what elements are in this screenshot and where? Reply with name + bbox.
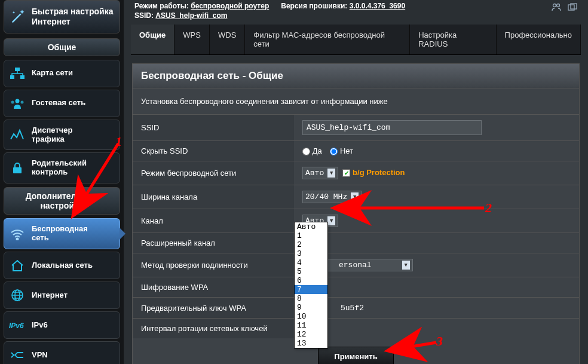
channel-option[interactable]: 1: [295, 231, 327, 240]
tab-mac-filter[interactable]: Фильтр MAC-адресов беспроводной сети: [245, 25, 410, 54]
svg-point-7: [17, 238, 19, 240]
tab-wds[interactable]: WDS: [210, 25, 245, 54]
svg-rect-2: [20, 75, 24, 79]
main: Режим работы: беспроводной роутер Версия…: [124, 0, 588, 364]
width-select[interactable]: 20/40 MHz▼: [302, 191, 362, 203]
lock-icon: [9, 161, 26, 175]
label-ssid: SSID: [133, 115, 294, 141]
sidebar-item-traffic[interactable]: Диспетчертрафика: [4, 120, 120, 151]
sidebar-item-ipv6[interactable]: IPv6 IPv6: [4, 311, 120, 339]
section-general: Общие: [4, 38, 120, 56]
menu-label: Гостевая сеть: [32, 99, 85, 108]
menu-label: Локальная сеть: [32, 261, 93, 270]
panel-desc: Установка беспроводного соединения завис…: [133, 88, 579, 114]
tabs: Общие WPS WDS Фильтр MAC-адресов беспров…: [131, 25, 581, 55]
hide-ssid-yes[interactable]: Да: [302, 146, 322, 155]
svg-text:IPv6: IPv6: [9, 322, 24, 330]
label-width: Ширина канала: [133, 185, 294, 209]
svg-rect-6: [13, 167, 22, 173]
tab-professional[interactable]: Профессионально: [497, 25, 581, 54]
wifi-icon: [9, 227, 26, 241]
channel-option[interactable]: 11: [295, 321, 327, 330]
channel-option[interactable]: 6: [295, 276, 327, 285]
tab-radius[interactable]: Настройка RADIUS: [410, 25, 496, 54]
globe-icon: [9, 288, 26, 302]
menu-label: Диспетчертрафика: [32, 126, 72, 144]
mode-select[interactable]: Авто▼: [302, 167, 338, 179]
chevron-down-icon: ▼: [327, 216, 335, 225]
network-map-icon: [9, 66, 26, 81]
tab-general[interactable]: Общие: [131, 25, 174, 54]
sidebar-item-guest[interactable]: Гостевая сеть: [4, 90, 120, 117]
panel-title: Беспроводная сеть - Общие: [133, 64, 579, 88]
channel-option[interactable]: 13: [295, 339, 327, 348]
sidebar-item-vpn[interactable]: VPN: [4, 341, 120, 364]
svg-point-12: [557, 4, 560, 7]
bg-protection-label: b/g Protection: [353, 168, 405, 177]
sidebar: Быстрая настройка Интернет Общие Карта с…: [0, 0, 124, 364]
channel-option[interactable]: 10: [295, 312, 327, 321]
svg-point-5: [21, 100, 24, 103]
ssid-value: ASUS_help-wifi_com: [155, 11, 227, 20]
users-icon[interactable]: [551, 3, 562, 13]
panel: Беспроводная сеть - Общие Установка бесп…: [132, 63, 580, 364]
channel-option[interactable]: 9: [295, 303, 327, 312]
section-advanced: Дополнительные настройки: [4, 187, 120, 215]
ssid-input[interactable]: [302, 120, 482, 135]
svg-point-4: [11, 100, 14, 103]
apply-button[interactable]: Применить: [318, 347, 393, 364]
menu-label: Интернет: [32, 291, 68, 300]
channel-option[interactable]: 12: [295, 330, 327, 339]
chevron-down-icon: ▼: [351, 192, 359, 201]
channel-dropdown[interactable]: Авто12345678910111213: [294, 222, 328, 348]
label-wpa: Шифрование WPA: [133, 277, 294, 298]
svg-point-11: [553, 4, 556, 7]
menu-label: Беспроводнаясеть: [32, 225, 88, 243]
sidebar-item-network-map[interactable]: Карта сети: [4, 60, 120, 87]
mode-value[interactable]: беспроводной роутер: [191, 2, 269, 10]
label-mode: Режим беспроводной сети: [133, 161, 294, 185]
menu-label: Карта сети: [32, 69, 73, 78]
sidebar-item-wireless[interactable]: Беспроводнаясеть: [4, 218, 120, 249]
traffic-icon: [9, 128, 26, 142]
label-ext-channel: Расширенный канал: [133, 233, 294, 253]
label-hide-ssid: Скрыть SSID: [133, 141, 294, 161]
fw-value[interactable]: 3.0.0.4.376_3690: [350, 2, 405, 10]
label-channel: Канал: [133, 209, 294, 233]
chevron-down-icon: ▼: [327, 169, 335, 178]
quick-setup-label: Быстрая настройка Интернет: [32, 7, 113, 27]
sidebar-item-parental[interactable]: Родительскийконтроль: [4, 152, 120, 183]
channel-option[interactable]: 8: [295, 294, 327, 303]
chevron-down-icon: ▼: [402, 261, 410, 270]
wand-icon: [9, 8, 27, 26]
fw-label: Версия прошивки:: [281, 2, 347, 10]
quick-setup-button[interactable]: Быстрая настройка Интернет: [4, 0, 120, 33]
ssid-label: SSID:: [134, 11, 154, 20]
channel-option[interactable]: 2: [295, 240, 327, 249]
menu-label: IPv6: [32, 321, 48, 330]
mode-label: Режим работы:: [134, 2, 189, 10]
windows-icon[interactable]: [568, 3, 577, 13]
hide-ssid-no[interactable]: Нет: [330, 146, 353, 155]
sidebar-item-lan[interactable]: Локальная сеть: [4, 252, 120, 279]
label-auth: Метод проверки подлинности: [133, 253, 294, 277]
topbar: Режим работы: беспроводной роутер Версия…: [124, 0, 588, 25]
channel-option[interactable]: Авто: [295, 222, 327, 231]
channel-option[interactable]: 5: [295, 267, 327, 276]
sidebar-item-wan[interactable]: Интернет: [4, 282, 120, 309]
tab-wps[interactable]: WPS: [174, 25, 210, 54]
menu-label: VPN: [32, 351, 48, 360]
bg-protection-checkbox[interactable]: ✔: [342, 169, 350, 177]
form-table: SSID Скрыть SSID Да Нет Режим беспроводн…: [133, 114, 579, 338]
channel-option[interactable]: 7: [295, 285, 327, 294]
label-psk: Предварительный ключ WPA: [133, 298, 294, 319]
menu-label: Родительскийконтроль: [32, 159, 87, 177]
label-rotation: Интервал ротации сетевых ключей: [133, 319, 294, 339]
ipv6-icon: IPv6: [9, 318, 26, 332]
channel-option[interactable]: 3: [295, 249, 327, 258]
svg-point-3: [16, 99, 20, 103]
channel-option[interactable]: 4: [295, 258, 327, 267]
home-icon: [9, 258, 26, 273]
svg-rect-0: [15, 68, 20, 71]
vpn-icon: [9, 348, 26, 362]
